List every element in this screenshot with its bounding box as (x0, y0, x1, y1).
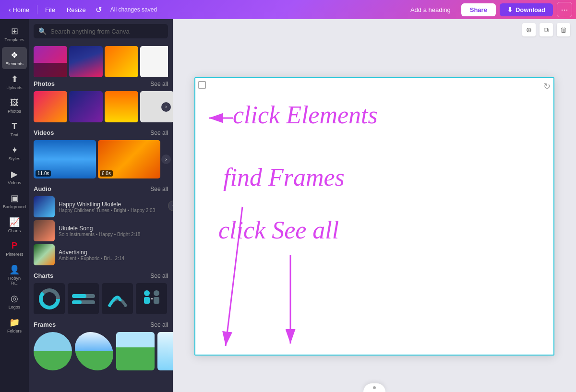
duplicate-button[interactable]: ⧉ (540, 23, 553, 36)
sidebar-item-videos-label: Videos (8, 180, 21, 185)
file-button[interactable]: File (40, 4, 60, 15)
photos-section-title: Photos (34, 80, 55, 87)
sidebar-item-robyn[interactable]: 👤 Robyn Te... (2, 261, 27, 288)
search-input[interactable] (50, 28, 163, 35)
photo-item[interactable] (105, 46, 138, 77)
sidebar-item-background[interactable]: ▣ Background (2, 190, 27, 212)
videos-section-header: Videos See all (34, 129, 168, 136)
canvas-refresh-button[interactable]: ↻ (543, 81, 551, 92)
topbar-left: ‹ Home File Resize ↺ All changes saved (4, 3, 161, 16)
frames-section: Frames See all › (29, 316, 173, 372)
share-button[interactable]: Share (461, 3, 496, 16)
sidebar-item-folders[interactable]: 📁 Folders (2, 314, 27, 336)
audio-item-2[interactable]: Ukulele Song Solo Instruments • Happy • … (34, 220, 168, 241)
svg-rect-5 (72, 300, 82, 304)
photo-item[interactable] (34, 46, 67, 77)
sidebar-item-photos[interactable]: 🖼 Photos (2, 95, 27, 117)
sidebar-item-styles[interactable]: ✦ Styles (2, 142, 27, 164)
sidebar-item-templates[interactable]: ⊞ Templates (2, 23, 27, 45)
photo-item[interactable] (140, 46, 168, 77)
videos-see-all[interactable]: See all (150, 130, 168, 136)
resize-button[interactable]: Resize (62, 4, 91, 15)
more-options-button[interactable]: ··· (557, 2, 572, 17)
audio-see-all[interactable]: See all (150, 186, 168, 192)
video-grid: 11.0s 6.0s › (34, 140, 168, 178)
audio-info-1: Happy Whistling Ukulele Happy Childrens'… (59, 201, 168, 213)
new-page-button[interactable]: ⊕ (522, 23, 536, 36)
video-item-1[interactable]: 11.0s (34, 140, 96, 178)
frame-cloud[interactable] (75, 332, 113, 370)
sidebar-item-logos-label: Logos (9, 305, 21, 309)
undo-button[interactable]: ↺ (93, 3, 105, 16)
text-icon: T (12, 121, 17, 131)
add-heading-button[interactable]: Add a heading (404, 3, 457, 16)
home-button[interactable]: ‹ Home (4, 4, 34, 15)
canvas: ↻ click Elements (194, 77, 554, 356)
search-input-wrap[interactable]: 🔍 (34, 24, 168, 38)
home-label: Home (12, 6, 29, 13)
sidebar-item-pinterest[interactable]: P Pinterest (2, 238, 27, 260)
svg-rect-3 (72, 294, 86, 298)
download-button[interactable]: ⬇ Download (500, 3, 553, 16)
delete-button[interactable]: 🗑 (557, 23, 570, 36)
audio-meta-1: Happy Childrens' Tunes • Bright • Happy … (59, 208, 168, 213)
frame-square[interactable] (116, 332, 155, 370)
chart-progress[interactable] (68, 283, 99, 314)
audio-item-1[interactable]: Happy Whistling Ukulele Happy Childrens'… (34, 196, 168, 217)
frames-grid: › (34, 332, 168, 370)
search-icon: 🔍 (38, 27, 47, 35)
logos-icon: ◎ (11, 293, 18, 304)
audio-list: Happy Whistling Ukulele Happy Childrens'… (34, 196, 168, 265)
video-item-2[interactable]: 6.0s (98, 140, 160, 178)
bottom-nav-dot (373, 386, 376, 389)
styles-icon: ✦ (11, 145, 18, 155)
audio-title-3: Advertising (59, 249, 168, 256)
canvas-toolbar: ⊕ ⧉ 🗑 (173, 19, 576, 40)
sidebar-item-text[interactable]: T Text (2, 119, 27, 140)
arrows-overlay (194, 77, 554, 356)
frame-partial[interactable] (157, 332, 173, 370)
sidebar-item-styles-label: Styles (9, 156, 21, 161)
sidebar-item-logos[interactable]: ◎ Logos (2, 290, 27, 312)
chart-people[interactable] (136, 283, 167, 314)
charts-icon: 📈 (9, 217, 20, 227)
sidebar-item-robyn-label: Robyn Te... (4, 276, 25, 285)
charts-see-all[interactable]: See all (150, 273, 168, 279)
frames-section-title: Frames (34, 321, 56, 328)
photo-item-1[interactable] (34, 91, 67, 122)
sidebar-item-charts[interactable]: 📈 Charts (2, 214, 27, 236)
annotation-click-see-all: click See all (218, 216, 339, 244)
sidebar-item-templates-label: Templates (4, 37, 24, 42)
topbar-separator (37, 5, 37, 14)
chart-donut[interactable] (34, 283, 65, 314)
videos-next-chevron[interactable]: › (161, 154, 171, 164)
save-status: All changes saved (107, 6, 161, 13)
audio-meta-3: Ambient • Euphoric • Bri... 2:14 (59, 256, 168, 261)
topbar-right: Add a heading Share ⬇ Download ··· (404, 2, 572, 17)
photos-see-all[interactable]: See all (150, 81, 168, 87)
frames-section-header: Frames See all (34, 321, 168, 328)
frame-circle[interactable] (34, 332, 72, 370)
annotation-find-frames: find Frames (223, 164, 345, 191)
main-layout: ⊞ Templates ❖ Elements ⬆ Uploads 🖼 Photo… (0, 19, 576, 392)
sidebar-item-elements[interactable]: ❖ Elements (2, 47, 27, 69)
photo-item[interactable] (69, 46, 103, 77)
videos-section: Videos See all 11.0s 6.0s › (29, 124, 173, 180)
sidebar-item-uploads[interactable]: ⬆ Uploads (2, 71, 27, 93)
frames-see-all[interactable]: See all (150, 321, 168, 328)
photo-item-2[interactable] (69, 91, 103, 122)
sidebar-item-background-label: Background (3, 204, 26, 209)
annotation-click-elements: click Elements (233, 101, 378, 129)
canvas-select-checkbox[interactable] (198, 81, 206, 89)
panel-content: Photos See all › Videos See all (29, 41, 173, 392)
audio-item-3[interactable]: Advertising Ambient • Euphoric • Bri... … (34, 244, 168, 265)
chart-arc[interactable] (102, 283, 133, 314)
sidebar-item-pinterest-label: Pinterest (6, 252, 23, 257)
photos-section-header: Photos See all (34, 80, 168, 87)
sidebar-item-videos[interactable]: ▶ Videos (2, 166, 27, 188)
videos-section-title: Videos (34, 129, 54, 136)
audio-thumb-2 (34, 220, 55, 241)
photo-item-3[interactable] (105, 91, 138, 122)
photos-next-chevron[interactable]: › (161, 102, 171, 112)
svg-point-6 (144, 290, 150, 296)
